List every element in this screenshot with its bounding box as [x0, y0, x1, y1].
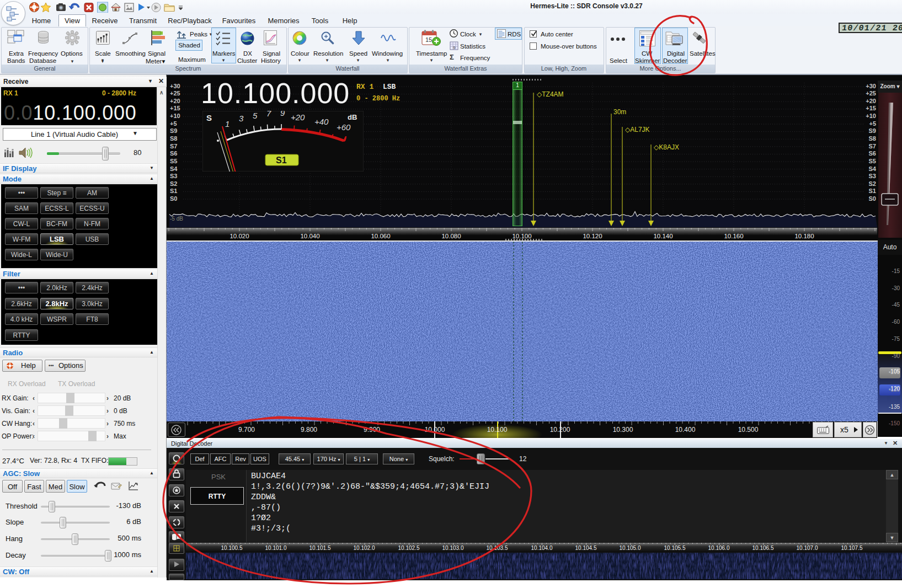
svg-text:15: 15: [425, 36, 432, 43]
svg-text:9: 9: [453, 45, 456, 50]
